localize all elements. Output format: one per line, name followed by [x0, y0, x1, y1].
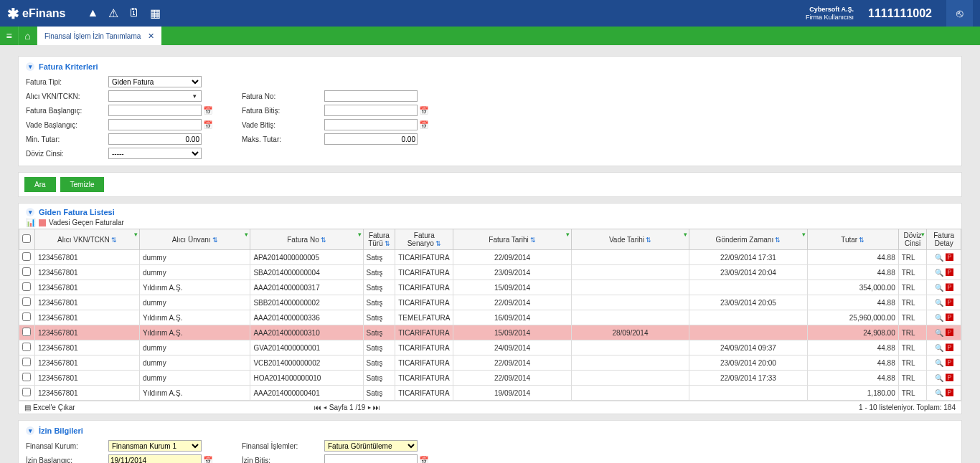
- pdf-icon[interactable]: 🅿: [946, 283, 953, 292]
- list-title[interactable]: Giden Fatura Listesi: [26, 208, 954, 216]
- col-vkn[interactable]: Alıcı VKN/TCKN⇅▾: [34, 229, 139, 250]
- calendar-icon[interactable]: 📅: [203, 106, 213, 115]
- fatura-bitis-input[interactable]: [324, 105, 418, 116]
- izin-bitis-input[interactable]: [324, 454, 418, 463]
- row-checkbox[interactable]: [22, 297, 31, 306]
- table-row[interactable]: 1234567801dummySBB2014000000002SatışTICA…: [19, 295, 961, 310]
- pdf-icon[interactable]: 🅿: [946, 253, 953, 262]
- view-icon[interactable]: 🔍: [935, 269, 943, 277]
- view-icon[interactable]: 🔍: [935, 284, 943, 292]
- alici-vkn-input[interactable]: [108, 90, 202, 102]
- izin-baslangic-input[interactable]: [108, 454, 202, 463]
- row-checkbox[interactable]: [22, 312, 31, 321]
- calendar-icon[interactable]: 📅: [419, 456, 429, 464]
- table-row[interactable]: 1234567801dummySBA2014000000004SatışTICA…: [19, 265, 961, 280]
- table-row[interactable]: 1234567801dummyAPA2014000000005SatışTICA…: [19, 250, 961, 265]
- criteria-title[interactable]: Fatura Kriterleri: [26, 62, 954, 71]
- calendar-icon[interactable]: 🗓: [128, 6, 140, 20]
- kurum-select[interactable]: Finansman Kurum 1: [108, 440, 202, 452]
- table-row[interactable]: 1234567801Yıldırım A.Ş.AAA2014000000310S…: [19, 325, 961, 340]
- dropdown-icon[interactable]: ▾: [193, 92, 197, 100]
- fatura-no-input[interactable]: [324, 90, 418, 102]
- view-icon[interactable]: 🔍: [935, 389, 943, 397]
- row-checkbox[interactable]: [22, 252, 31, 261]
- home-button[interactable]: ⌂: [19, 27, 37, 45]
- table-row[interactable]: 1234567801dummyHOA2014000000010SatışTICA…: [19, 371, 961, 386]
- table-row[interactable]: 1234567801Yıldırım A.Ş.AAA2014000000317S…: [19, 280, 961, 295]
- pdf-icon[interactable]: 🅿: [946, 388, 953, 397]
- islem-select[interactable]: Fatura Görüntüleme: [324, 440, 418, 452]
- row-checkbox[interactable]: [22, 282, 31, 291]
- pdf-icon[interactable]: 🅿: [946, 328, 953, 337]
- calendar-icon[interactable]: 📅: [419, 106, 429, 115]
- cell-vade: 28/09/2014: [571, 325, 689, 340]
- maks-tutar-input[interactable]: [324, 133, 418, 145]
- active-tab[interactable]: Finansal İşlem İzin Tanımlama ✕: [37, 27, 161, 45]
- temizle-button[interactable]: Temizle: [60, 177, 105, 192]
- col-vade[interactable]: Vade Tarihi⇅▾: [571, 229, 689, 250]
- logo-icon: ✱: [7, 5, 19, 22]
- view-icon[interactable]: 🔍: [935, 329, 943, 337]
- row-checkbox[interactable]: [22, 358, 31, 366]
- doviz-cinsi-select[interactable]: -----: [108, 148, 202, 159]
- view-icon[interactable]: 🔍: [935, 314, 943, 322]
- pdf-icon[interactable]: 🅿: [946, 268, 953, 277]
- col-tutar[interactable]: Tutar⇅: [807, 229, 898, 250]
- menu-button[interactable]: ≡: [0, 27, 19, 45]
- fatura-baslangic-input[interactable]: [108, 105, 202, 116]
- table-row[interactable]: 1234567801dummyGVA2014000000001SatışTICA…: [19, 340, 961, 355]
- notify-icon[interactable]: ▲: [87, 6, 98, 20]
- row-checkbox[interactable]: [22, 373, 31, 381]
- view-icon[interactable]: 🔍: [935, 374, 943, 382]
- calendar-icon[interactable]: 📅: [203, 456, 213, 464]
- pdf-icon[interactable]: 🅿: [946, 298, 953, 307]
- calendar-icon[interactable]: 📅: [203, 120, 213, 130]
- pager[interactable]: ⏮ ◀ Sayfa 1 /19 ▶ ⏭: [314, 404, 380, 411]
- izin-title[interactable]: İzin Bilgileri: [26, 426, 954, 435]
- vade-bitis-input[interactable]: [324, 119, 418, 130]
- col-senaryo[interactable]: Fatura Senaryo⇅: [395, 229, 453, 250]
- min-tutar-input[interactable]: [108, 133, 202, 145]
- row-checkbox[interactable]: [22, 267, 31, 276]
- ara-button[interactable]: Ara: [24, 177, 56, 192]
- table-row[interactable]: 1234567801Yıldırım A.Ş.AAA2014000000336S…: [19, 310, 961, 325]
- cell-gonderim: 22/09/2014 17:31: [689, 250, 807, 265]
- view-icon[interactable]: 🔍: [935, 254, 943, 262]
- grid-icon[interactable]: ▦: [150, 6, 161, 20]
- cell-no: HOA2014000000010: [250, 371, 363, 386]
- col-turu[interactable]: Fatura Türü⇅: [363, 229, 395, 250]
- col-gonderim[interactable]: Gönderim Zamanı⇅▾: [689, 229, 807, 250]
- pdf-icon[interactable]: 🅿: [946, 373, 953, 382]
- alert-icon[interactable]: ⚠: [108, 6, 118, 20]
- chart-icon[interactable]: 📊: [26, 218, 36, 227]
- view-icon[interactable]: 🔍: [935, 344, 943, 352]
- col-unvan[interactable]: Alıcı Ünvanı⇅▾: [139, 229, 250, 250]
- cell-tutar: 44.88: [807, 265, 898, 280]
- pdf-icon[interactable]: 🅿: [946, 313, 953, 322]
- row-checkbox[interactable]: [22, 388, 31, 396]
- pdf-icon[interactable]: 🅿: [946, 358, 953, 367]
- col-fatura-no[interactable]: Fatura No⇅▾: [250, 229, 363, 250]
- cell-detay: 🔍 🅿: [927, 280, 961, 295]
- table-row[interactable]: 1234567801dummyVCB2014000000002SatışTICA…: [19, 355, 961, 371]
- select-all-checkbox[interactable]: [22, 234, 31, 243]
- pdf-icon[interactable]: 🅿: [946, 343, 953, 352]
- col-tarih[interactable]: Fatura Tarihi⇅▾: [453, 229, 571, 250]
- view-icon[interactable]: 🔍: [935, 299, 943, 307]
- col-doviz[interactable]: Döviz Cinsi▾: [898, 229, 927, 250]
- logout-button[interactable]: ⎋: [946, 0, 973, 27]
- row-checkbox[interactable]: [22, 343, 31, 351]
- table-row[interactable]: 1234567801Yıldırım A.Ş.AAA2014000000401S…: [19, 386, 961, 401]
- view-icon[interactable]: 🔍: [935, 359, 943, 367]
- row-checkbox[interactable]: [22, 328, 31, 336]
- excel-link[interactable]: Excel'e Çıkar: [33, 404, 75, 411]
- cell-tarih: 16/09/2014: [453, 310, 571, 325]
- vade-baslangic-input[interactable]: [108, 119, 202, 130]
- cell-no: AAA2014000000310: [250, 325, 363, 340]
- fatura-tipi-select[interactable]: Giden Fatura: [108, 76, 202, 87]
- tab-close-icon[interactable]: ✕: [148, 32, 154, 41]
- cell-tarih: 24/09/2014: [453, 340, 571, 355]
- calendar-icon[interactable]: 📅: [419, 120, 429, 130]
- islem-label: Finansal İşlemler:: [242, 442, 324, 450]
- excel-icon[interactable]: ▤: [24, 404, 31, 411]
